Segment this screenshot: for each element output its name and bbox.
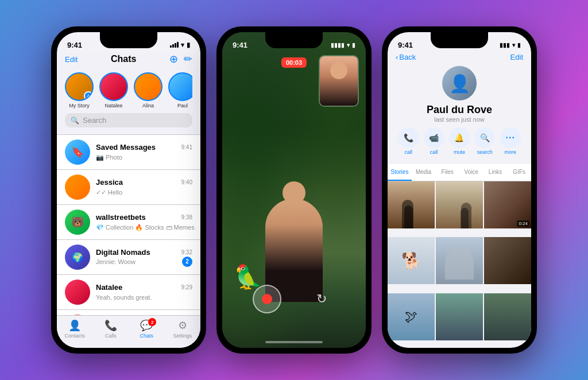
chat-content-saved: Saved Messages 9:41 📷 Photo: [96, 143, 192, 162]
action-mute-label: mute: [454, 149, 465, 155]
action-mute[interactable]: 🔔 mute: [449, 127, 470, 155]
tab-files[interactable]: Files: [435, 164, 459, 181]
story-add-icon: +: [84, 91, 93, 100]
chats-edit-button[interactable]: Edit: [65, 55, 78, 64]
status-icons-1: ▾ ▮: [170, 41, 190, 49]
tab-contacts-label: Contacts: [64, 333, 85, 339]
chats-badge: 2: [148, 318, 156, 326]
signal-icon-3: ▮▮▮: [500, 42, 510, 48]
profile-header: ‹ Back Edit 👤 Paul du Rove last seen jus…: [388, 53, 531, 164]
media-cell-1[interactable]: [388, 181, 435, 228]
wifi-icon-3: ▾: [512, 42, 515, 48]
media-cell-3[interactable]: 0:24: [484, 181, 531, 228]
chat-item-lee[interactable]: Lee 9:20 Mind if I invite my friend?: [57, 310, 200, 315]
story-paul[interactable]: Paul: [168, 72, 192, 108]
more-icon: ···: [500, 127, 521, 148]
pip-preview[interactable]: [319, 55, 359, 107]
profile-status: last seen just now: [434, 116, 484, 123]
mute-icon: 🔔: [449, 127, 470, 148]
contacts-icon: 👤: [68, 319, 81, 332]
signal-icon-2: ▮▮▮▮: [331, 42, 345, 48]
chat-item-natalee[interactable]: Natalee 9:29 Yeah, sounds great.: [57, 275, 200, 310]
avatar-saved: 🔖: [65, 139, 90, 165]
tab-media[interactable]: Media: [412, 164, 436, 181]
chat-item-jessica[interactable]: Jessica 9:40 ✓✓ Hello: [57, 170, 200, 205]
flip-icon: ↻: [316, 292, 327, 307]
tab-stories[interactable]: Stories: [388, 164, 412, 181]
call-video-icon: 📹: [424, 127, 444, 148]
chats-title: Chats: [78, 54, 169, 64]
action-search[interactable]: 🔍 search: [474, 127, 495, 155]
search-bar[interactable]: 🔍 Search: [65, 113, 192, 127]
tab-gifs[interactable]: GIFs: [507, 164, 531, 181]
recording-badge: 00:03: [281, 57, 307, 68]
chat-badge-digital: 2: [182, 257, 192, 267]
avatar-wsb: 🐻: [65, 210, 90, 235]
chat-content-natalee: Natalee 9:29 Yeah, sounds great.: [96, 283, 192, 302]
action-more[interactable]: ··· more: [500, 127, 521, 155]
tab-voice[interactable]: Voice: [459, 164, 483, 181]
back-button[interactable]: ‹ Back: [396, 53, 416, 61]
profile-edit-button[interactable]: Edit: [510, 53, 523, 61]
tab-contacts[interactable]: 👤 Contacts: [57, 319, 93, 339]
tab-links[interactable]: Links: [483, 164, 508, 181]
story-label-alina: Alina: [142, 103, 154, 108]
profile-tabs: Stories Media Files Voice Links GIFs: [388, 164, 531, 181]
action-call-audio[interactable]: 📞 call: [398, 127, 419, 155]
media-cell-9[interactable]: [484, 293, 531, 340]
media-duration-3: 0:24: [517, 220, 529, 227]
media-cell-7[interactable]: 🕊: [388, 293, 435, 340]
media-cell-8[interactable]: [436, 293, 483, 340]
media-cell-4[interactable]: 🐕: [388, 237, 435, 284]
chats-title-row: Edit Chats ⊕ ✏: [65, 53, 192, 65]
chat-time-wsb: 9:38: [181, 214, 192, 220]
story-my[interactable]: + My Story: [65, 72, 94, 108]
battery-icon-2: ▮: [352, 42, 355, 48]
tab-chats[interactable]: 💬 2 Chats: [129, 319, 165, 339]
story-my-label: My Story: [69, 103, 90, 108]
status-icons-3: ▮▮▮ ▾ ▮: [500, 42, 521, 48]
chat-item-saved[interactable]: 🔖 Saved Messages 9:41 📷 Photo: [57, 135, 200, 170]
story-alina[interactable]: Alina: [134, 72, 163, 108]
chat-name-row: Saved Messages 9:41: [96, 143, 192, 152]
story-label-paul: Paul: [177, 103, 188, 108]
search-placeholder: Search: [83, 116, 106, 125]
flip-camera-button[interactable]: ↻: [307, 285, 336, 313]
story-avatar-paul: [168, 72, 192, 101]
back-label: Back: [399, 53, 416, 61]
avatar-natalee: [65, 280, 90, 305]
new-group-icon[interactable]: ⊕: [169, 53, 178, 65]
home-indicator-2: [265, 341, 323, 343]
chat-content-wsb: wallstreetbets 9:38 💎 Collection 🔥 Stock…: [96, 213, 192, 232]
stories-row: + My Story Natalee Alina Paul: [65, 70, 192, 113]
chat-item-digital[interactable]: 🌍 Digital Nomads 9:32 Jennie: Woow 2: [57, 240, 200, 275]
tab-calls-label: Calls: [105, 333, 117, 339]
search-icon: 🔍: [71, 117, 79, 125]
chat-preview-digital: Jennie: Woow: [96, 258, 136, 265]
status-time-3: 9:41: [398, 41, 413, 49]
tab-settings[interactable]: ⚙ Settings: [165, 319, 201, 339]
chat-content-digital: Digital Nomads 9:32 Jennie: Woow 2: [96, 248, 192, 267]
chat-item-wsb[interactable]: 🐻 wallstreetbets 9:38 💎 Collection 🔥 Sto…: [57, 205, 200, 240]
compose-icon[interactable]: ✏: [184, 53, 192, 65]
chat-time-saved: 9:41: [181, 144, 192, 150]
notch-2: [265, 32, 323, 48]
tab-calls[interactable]: 📞 Calls: [93, 319, 129, 339]
story-natalee[interactable]: Natalee: [99, 72, 128, 108]
wifi-icon: ▾: [181, 41, 184, 49]
media-cell-6[interactable]: [484, 237, 531, 284]
action-call-video[interactable]: 📹 call: [424, 127, 444, 155]
action-search-label: search: [477, 149, 493, 155]
media-cell-5[interactable]: [436, 237, 483, 284]
chat-preview-natalee: Yeah, sounds great.: [96, 294, 152, 301]
media-cell-2[interactable]: [436, 181, 483, 228]
chat-content-jessica: Jessica 9:40 ✓✓ Hello: [96, 178, 192, 197]
chat-name-row-natalee: Natalee 9:29: [96, 283, 192, 292]
chat-name-wsb: wallstreetbets: [96, 213, 146, 222]
record-button[interactable]: [253, 285, 281, 313]
story-label-natalee: Natalee: [105, 103, 122, 108]
profile-nav: ‹ Back Edit: [396, 53, 523, 61]
chat-preview-jessica: ✓✓ Hello: [96, 189, 122, 196]
tab-bar: 👤 Contacts 📞 Calls 💬 2 Chats ⚙ Settin: [57, 315, 200, 348]
profile-avatar: 👤: [442, 66, 477, 100]
